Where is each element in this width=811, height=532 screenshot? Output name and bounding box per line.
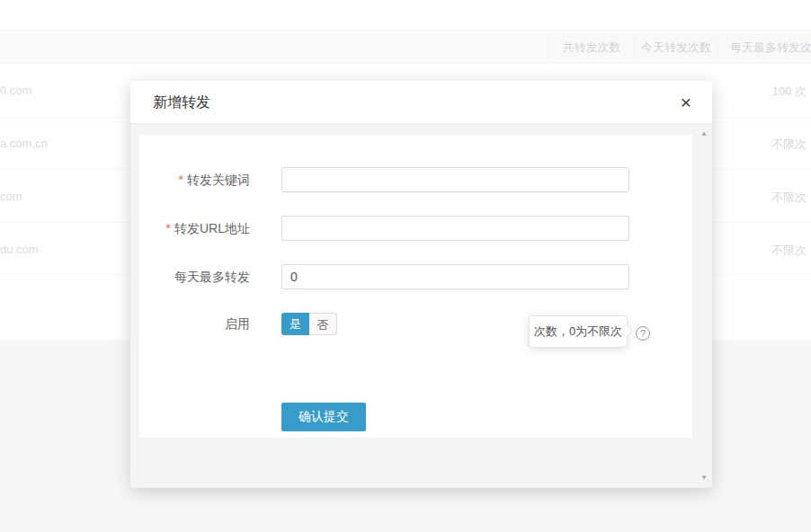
add-forward-modal: 新增转发 × *转发关键词 *转发URL地址 每天最多转发 次数，0为不限次 ? — [130, 81, 712, 488]
tooltip-text: 次数，0为不限次 — [530, 316, 627, 347]
enable-yes-button[interactable]: 是 — [281, 313, 309, 335]
submit-button[interactable]: 确认提交 — [281, 403, 366, 431]
daily-max-label: 每天最多转发 — [139, 264, 250, 289]
required-mark: * — [179, 173, 183, 187]
scroll-down-icon[interactable]: ▼ — [697, 471, 711, 485]
daily-max-input[interactable] — [281, 264, 629, 289]
daily-max-tooltip: 次数，0为不限次 — [529, 315, 628, 348]
close-icon[interactable]: × — [676, 93, 696, 112]
url-label-text: 转发URL地址 — [174, 221, 250, 235]
modal-header: 新增转发 × — [130, 81, 712, 124]
modal-scrollbar[interactable]: ▲ ▼ — [697, 125, 711, 487]
enable-label-text: 启用 — [225, 316, 250, 331]
keyword-label-text: 转发关键词 — [187, 173, 250, 187]
form-row-daily-max: 每天最多转发 — [139, 264, 692, 289]
form-row-url: *转发URL地址 — [139, 216, 692, 241]
modal-title: 新增转发 — [153, 81, 210, 124]
daily-max-label-text: 每天最多转发 — [174, 270, 250, 284]
url-label: *转发URL地址 — [139, 216, 250, 241]
scroll-up-icon[interactable]: ▲ — [697, 127, 711, 141]
keyword-label: *转发关键词 — [139, 167, 250, 192]
form-row-keyword: *转发关键词 — [139, 167, 692, 192]
modal-form-panel: *转发关键词 *转发URL地址 每天最多转发 次数，0为不限次 ? 启用 — [139, 135, 692, 438]
url-input[interactable] — [281, 216, 629, 241]
required-mark: * — [166, 221, 171, 235]
help-icon[interactable]: ? — [636, 326, 650, 341]
enable-no-button[interactable]: 否 — [309, 313, 337, 335]
enable-label: 启用 — [139, 313, 250, 335]
enable-toggle: 是 否 — [281, 313, 337, 335]
keyword-input[interactable] — [281, 167, 629, 192]
